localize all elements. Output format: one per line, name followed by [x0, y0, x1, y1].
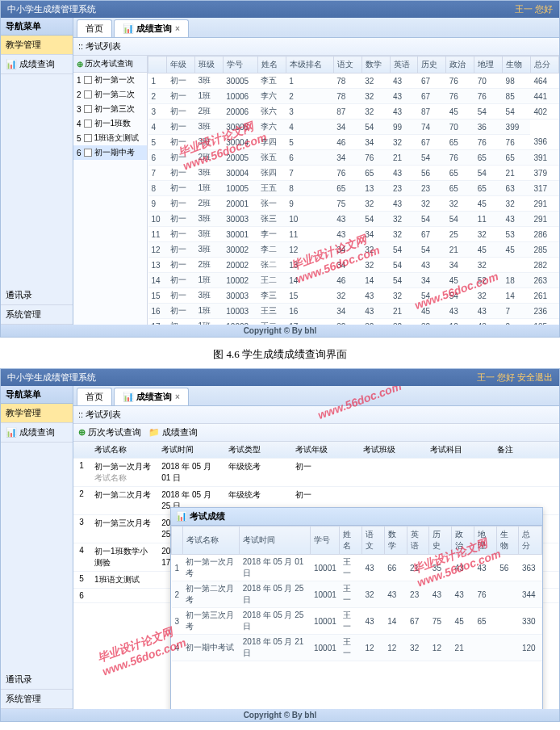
col-header[interactable]: 考试时间: [240, 527, 311, 555]
figure-caption-2: 图 4.7 历来考试查询: [0, 725, 560, 730]
table-row[interactable]: 2初一第二次月考2018 年 05 月 25 日10001王一324323434…: [172, 581, 542, 608]
table-row[interactable]: 1初一第一次月考2018 年 05 月 01 日10001王一436621354…: [172, 555, 542, 581]
col-header[interactable]: 英语: [390, 57, 418, 73]
title-bar: 中小学生成绩管理系统 王一 您好: [1, 1, 559, 18]
toolbar: :: 考试列表: [73, 406, 559, 424]
table-row[interactable]: 2初一1班10006李六278324367767685441: [148, 89, 559, 104]
table-row[interactable]: 11初一3班30001李一1143343267253253286: [148, 227, 559, 242]
tree-item[interactable]: 2 初一第二次: [73, 87, 147, 102]
col-header[interactable]: 姓名: [257, 57, 286, 73]
col-header[interactable]: 年级: [167, 57, 195, 73]
table-row[interactable]: 14初一1班10002王二1446145434455218263: [148, 273, 559, 288]
nav-teaching[interactable]: 教学管理: [1, 404, 73, 423]
tree-item[interactable]: 6 初一期中考: [73, 145, 147, 160]
col-header[interactable]: 总分: [530, 57, 558, 73]
nav-title: 导航菜单: [1, 386, 73, 404]
tree-item[interactable]: 4 初一1班数: [73, 116, 147, 131]
sub-toolbar: ⊕ 历次考试查询 📁 成绩查询: [73, 424, 559, 442]
sidebar: 导航菜单 教学管理 📊 成绩查询 通讯录 系统管理: [1, 386, 73, 709]
tab-bar: 首页 📊 成绩查询×: [73, 386, 559, 406]
nav-score-query[interactable]: 📊 成绩查询: [1, 423, 73, 443]
col-header[interactable]: 政治: [452, 527, 474, 555]
tree-header[interactable]: ⊕历次考试查询: [73, 56, 147, 73]
exam-row[interactable]: 1初一第一次月考考试名称2018 年 05 月 01 日年级统考初一: [73, 459, 559, 487]
col-header[interactable]: 历史: [418, 57, 446, 73]
table-row[interactable]: 3初一2班20006张六387324387455454402: [148, 104, 559, 120]
main-area: 首页 📊 成绩查询× :: 考试列表 ⊕ 历次考试查询 📁 成绩查询 考试名称考…: [73, 386, 559, 709]
table-row[interactable]: 8初一1班10005王五865132323656563317: [148, 181, 559, 196]
col-header[interactable]: 历史: [429, 527, 452, 555]
footer: Copyright © By bhl: [1, 325, 559, 337]
col-header[interactable]: 本级排名: [286, 57, 333, 73]
table-row[interactable]: 16初一1班10003王三163443214543437236: [148, 304, 559, 319]
tab-bar: 首页 📊 成绩查询×: [73, 18, 559, 38]
table-row[interactable]: 15初一3班30003李三1532433254543214261: [148, 288, 559, 304]
score-grid: 年级班级学号姓名本级排名语文数学英语历史政治地理生物总分 1初一3班30005李…: [148, 56, 559, 325]
close-icon[interactable]: ×: [175, 392, 180, 401]
nav-teaching[interactable]: 教学管理: [1, 36, 73, 55]
col-header[interactable]: 学号: [223, 57, 257, 73]
tab-query[interactable]: 📊 成绩查询×: [114, 388, 189, 405]
col-header[interactable]: 数学: [361, 57, 390, 73]
col-header[interactable]: 语文: [333, 57, 361, 73]
user-info[interactable]: 王一 您好 安全退出: [477, 371, 553, 384]
table-row[interactable]: 4初一期中考试2018 年 05 月 21 日10001王一1212321221…: [172, 635, 542, 661]
detail-table: 考试名称考试时间学号姓名语文数学英语历史政治地理生物总分 1初一第一次月考201…: [171, 526, 542, 661]
table-row[interactable]: 5初一3班30004李四546343267657676396: [148, 135, 559, 150]
col-header[interactable]: [172, 527, 183, 555]
score-table: 年级班级学号姓名本级排名语文数学英语历史政治地理生物总分 1初一3班30005李…: [148, 56, 559, 325]
app-window-2: 中小学生成绩管理系统 王一 您好 安全退出 导航菜单 教学管理 📊 成绩查询 通…: [0, 368, 560, 722]
nav-title: 导航菜单: [1, 18, 73, 36]
toolbar: :: 考试列表: [73, 38, 559, 56]
detail-panel: 📊 考试成绩 考试名称考试时间学号姓名语文数学英语历史政治地理生物总分 1初一第…: [170, 507, 543, 709]
footer: Copyright © By bhl: [1, 709, 559, 721]
col-header[interactable]: 总分: [519, 527, 542, 555]
table-row[interactable]: 4初一3班30006李六4345499747036399: [148, 120, 559, 135]
nav-score-query[interactable]: 📊 成绩查询: [1, 55, 73, 74]
nav-system[interactable]: 系统管理: [1, 690, 73, 709]
col-header[interactable]: 英语: [407, 527, 429, 555]
table-row[interactable]: 3初一第三次月考2018 年 05 月 25 日10001王一431467754…: [172, 608, 542, 635]
col-header[interactable]: 生物: [496, 527, 519, 555]
col-header[interactable]: 数学: [384, 527, 407, 555]
tree-item[interactable]: 5 1班语文测试: [73, 131, 147, 145]
close-icon[interactable]: ×: [175, 24, 180, 33]
nav-contacts[interactable]: 通讯录: [1, 286, 73, 305]
col-header[interactable]: 地理: [474, 527, 496, 555]
table-row[interactable]: 9初一2班20001张一975324332324532291: [148, 196, 559, 212]
folder-icon: 📁: [148, 427, 160, 437]
app-title: 中小学生成绩管理系统: [7, 371, 96, 384]
col-header[interactable]: 生物: [503, 57, 531, 73]
detail-title: 📊 考试成绩: [171, 508, 542, 526]
main-area: 首页 📊 成绩查询× :: 考试列表 ⊕历次考试查询 1 初一第一次2 初一第二…: [73, 18, 559, 325]
table-row[interactable]: 10初一3班30003张三1043543254541143291: [148, 212, 559, 227]
tab-home[interactable]: 首页: [77, 388, 112, 405]
table-row[interactable]: 12初一3班30002李二1234325454214545285: [148, 242, 559, 258]
tree-item[interactable]: 3 初一第三次: [73, 102, 147, 116]
col-header[interactable]: [148, 57, 167, 73]
table-row[interactable]: 13初一2班20002张二13343254433432282: [148, 258, 559, 273]
exam-tree: ⊕历次考试查询 1 初一第一次2 初一第二次3 初一第三次4 初一1班数5 1班…: [73, 56, 148, 325]
col-header[interactable]: 地理: [474, 57, 503, 73]
nav-contacts[interactable]: 通讯录: [1, 670, 73, 690]
app-window-1: 中小学生成绩管理系统 王一 您好 导航菜单 教学管理 📊 成绩查询 通讯录 系统…: [0, 0, 560, 338]
tab-home[interactable]: 首页: [77, 19, 112, 37]
nav-system[interactable]: 系统管理: [1, 305, 73, 325]
col-header[interactable]: 姓名: [340, 527, 362, 555]
plus-icon: ⊕: [77, 60, 83, 69]
col-header[interactable]: 考试名称: [182, 527, 240, 555]
figure-caption-1: 图 4.6 学生成绩成绩查询界面: [0, 341, 560, 368]
col-header[interactable]: 班级: [194, 57, 223, 73]
table-row[interactable]: 17初一1班10002王二173232323212432185: [148, 319, 559, 325]
col-header[interactable]: 学号: [311, 527, 340, 555]
tab-query[interactable]: 📊 成绩查询×: [114, 19, 189, 37]
app-title: 中小学生成绩管理系统: [7, 3, 96, 15]
col-header[interactable]: 政治: [446, 57, 474, 73]
title-bar: 中小学生成绩管理系统 王一 您好 安全退出: [1, 369, 559, 386]
col-header[interactable]: 语文: [362, 527, 385, 555]
table-row[interactable]: 7初一3班30004张四776654356655421379: [148, 166, 559, 181]
tree-item[interactable]: 1 初一第一次: [73, 73, 147, 87]
user-info[interactable]: 王一 您好: [515, 3, 553, 15]
table-row[interactable]: 6初一2班20005张五634762154766565391: [148, 150, 559, 166]
table-row[interactable]: 1初一3班30005李五178324367767098464: [148, 73, 559, 89]
